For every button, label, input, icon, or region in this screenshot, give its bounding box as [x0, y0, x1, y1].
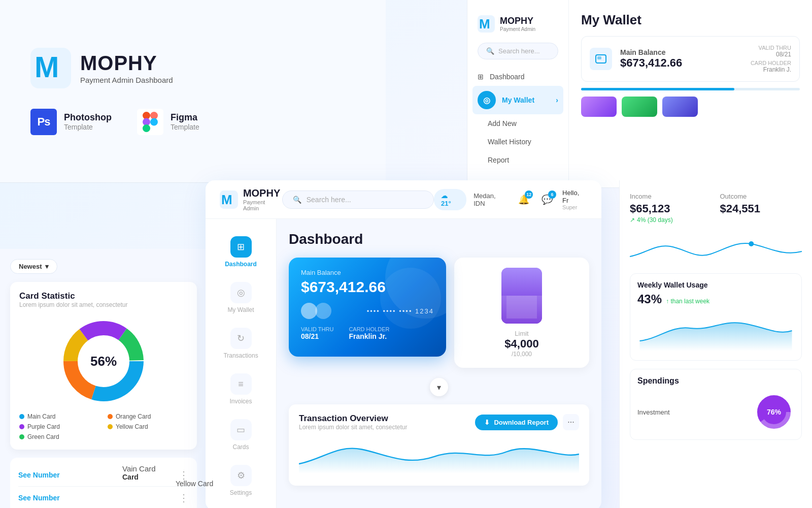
- legend-main-card: Main Card: [19, 413, 99, 420]
- income-change: ↗ 4% (30 days): [630, 216, 712, 224]
- sidebar-label-settings: Settings: [230, 489, 252, 496]
- see-number-list: See Number ⋮ See Number ⋮ See Number ⋮ S…: [10, 458, 197, 508]
- cc-logo-row: •••• •••• •••• 1234: [301, 303, 434, 319]
- wallet-card-info: Main Balance $673,412.66: [620, 48, 742, 70]
- dashboard-user-area: ☁ 21° Medan, IDN 🔔 12 💬 6 Hello, Fr Supe…: [434, 189, 587, 210]
- dash-logo-icon: M: [220, 190, 238, 209]
- newest-label: Newest: [19, 263, 42, 270]
- legend-dot-green: [19, 434, 24, 439]
- wallet-active-icon: ◎: [478, 91, 496, 109]
- dashboard-header: M MOPHY Payment Admin 🔍 Search here... ☁…: [206, 180, 601, 219]
- legend-dot-purple: [19, 424, 24, 429]
- wallet-nav-dashboard[interactable]: ⊞ Dashboard: [467, 68, 568, 86]
- logo-text: MOPHY Payment Admin Dashboard: [80, 52, 173, 84]
- left-bottom-panel: Newest ▾ Card Statistic Lorem ipsum dolo…: [0, 249, 207, 508]
- sidebar-item-dashboard[interactable]: ⊞ Dashboard: [206, 229, 276, 275]
- sidebar-item-settings[interactable]: ⚙ Settings: [206, 458, 276, 503]
- app-name: MOPHY: [80, 52, 173, 75]
- notification-count: 12: [525, 190, 533, 199]
- sidebar-label-dashboard: Dashboard: [225, 261, 257, 268]
- card-chip-icon: [590, 48, 612, 70]
- more-icon-2[interactable]: ⋮: [179, 492, 189, 504]
- app-subtitle: Payment Admin Dashboard: [80, 76, 173, 84]
- wallet-nav-history[interactable]: Wallet History: [467, 133, 568, 151]
- cc-holder: CARD HOLDER Franklin Jr.: [349, 326, 389, 340]
- see-number-link-2[interactable]: See Number: [18, 494, 60, 502]
- photoshop-template[interactable]: Ps Photoshop Template: [30, 109, 112, 135]
- cc-balance-label: Main Balance: [301, 269, 434, 276]
- top-right-wallet: M MOPHY Payment Admin 🔍 Search here... ⊞…: [467, 0, 812, 188]
- dashboard-body: ⊞ Dashboard ◎ My Wallet ↻ Transactions ≡…: [206, 219, 601, 508]
- dash-logo: M MOPHY Payment Admin: [220, 187, 282, 211]
- card-stat-legend: Main Card Orange Card Purple Card Yellow…: [19, 413, 188, 440]
- mini-card-indigo: [662, 97, 698, 117]
- credit-card-widget: Main Balance $673,412.66 •••• •••• •••• …: [289, 258, 446, 357]
- wallet-nav-report[interactable]: Report: [467, 151, 568, 169]
- bottom-vain-card-label: Vain Card Card: [122, 464, 156, 481]
- txn-title-group: Transaction Overview Lorem ipsum dolor s…: [299, 414, 407, 431]
- sidebar-item-transactions[interactable]: ↻ Transactions: [206, 321, 276, 366]
- limit-visual: [501, 268, 542, 324]
- see-number-link-1[interactable]: See Number: [18, 471, 60, 479]
- notification-bell[interactable]: 🔔 12: [516, 192, 532, 208]
- svg-rect-14: [506, 296, 537, 319]
- wallet-search[interactable]: 🔍 Search here...: [478, 43, 558, 59]
- legend-dot-main: [19, 414, 24, 419]
- figma-label: Figma Template: [171, 112, 199, 131]
- lb-header: Newest ▾: [10, 259, 197, 274]
- figma-template[interactable]: Figma Template: [137, 109, 199, 135]
- sidebar-label-transactions: Transactions: [223, 352, 258, 359]
- svg-point-15: [749, 241, 754, 246]
- sidebar-label-wallet: My Wallet: [227, 306, 254, 313]
- mini-card-purple: [581, 97, 617, 117]
- weekly-usage-title: Weekly Wallet Usage: [637, 281, 794, 289]
- wallet-nav-mywallet[interactable]: ◎ My Wallet ›: [472, 86, 563, 114]
- sidebar-item-cards[interactable]: ▭ Cards: [206, 412, 276, 458]
- wallet-card-validity: VALID THRU 08/21 CARD HOLDER Franklin J.: [751, 45, 791, 73]
- svg-rect-5: [143, 124, 150, 132]
- right-stats-panel: Income $65,123 ↗ 4% (30 days) Outcome $2…: [619, 180, 812, 508]
- weekly-usage-percent: 43%: [637, 292, 662, 306]
- spendings-title: Spendings: [637, 376, 794, 386]
- wallet-logo-icon: M: [478, 15, 495, 33]
- cc-circle2: [315, 303, 331, 319]
- spendings-donut: 76%: [754, 392, 794, 432]
- card-stat-subtitle: Lorem ipsum dolor sit amet, consectetur: [19, 301, 188, 308]
- cc-balance-value: $673,412.66: [301, 278, 434, 296]
- spendings-percent: 76%: [754, 392, 794, 432]
- weekly-chart: [637, 310, 794, 351]
- limit-total: /10,000: [512, 351, 532, 358]
- greeting-text: Hello, Fr Super: [562, 189, 587, 210]
- cc-number: •••• •••• •••• 1234: [335, 307, 434, 315]
- weekly-usage-change: ↑ than last week: [666, 298, 709, 305]
- txn-more-button[interactable]: ···: [563, 414, 579, 430]
- income-block: Income $65,123 ↗ 4% (30 days): [630, 193, 712, 224]
- messages-icon[interactable]: 💬 6: [539, 192, 555, 208]
- sidebar-item-invoices[interactable]: ≡ Invoices: [206, 366, 276, 412]
- legend-dot-yellow: [108, 424, 113, 429]
- outcome-label: Outcome: [720, 193, 802, 200]
- transaction-header: Transaction Overview Lorem ipsum dolor s…: [299, 414, 579, 431]
- wallet-page-title: My Wallet: [581, 12, 800, 28]
- dashboard-search[interactable]: 🔍 Search here...: [282, 190, 434, 209]
- wallet-nav-addnew[interactable]: Add New: [467, 114, 568, 133]
- trend-up-icon2: ↑: [666, 298, 669, 305]
- newest-dropdown[interactable]: Newest ▾: [10, 259, 57, 274]
- legend-purple-card: Purple Card: [19, 423, 99, 430]
- investment-row: Investment 76%: [637, 392, 794, 432]
- txn-title: Transaction Overview: [299, 414, 407, 424]
- download-report-button[interactable]: ⬇ Download Report: [475, 415, 558, 430]
- mini-card-green: [622, 97, 657, 117]
- promo-panel: M MOPHY Payment Admin Dashboard Ps Photo…: [0, 0, 386, 183]
- income-value: $65,123: [630, 202, 712, 215]
- scroll-down-button[interactable]: ▾: [430, 378, 448, 396]
- sidebar-item-mywallet[interactable]: ◎ My Wallet: [206, 275, 276, 321]
- transactions-nav-icon: ↻: [230, 328, 252, 349]
- chevron-down-icon: ▾: [45, 263, 49, 270]
- dashboard-sidebar: ⊞ Dashboard ◎ My Wallet ↻ Transactions ≡…: [206, 219, 277, 508]
- cards-nav-icon: ▭: [230, 419, 252, 440]
- download-icon: ⬇: [484, 419, 490, 426]
- wallet-content: My Wallet Main Balance $673,412.66 VALID…: [569, 0, 812, 187]
- wallet-progress-fill: [581, 88, 734, 90]
- card-stat-donut-container: 56%: [19, 315, 188, 407]
